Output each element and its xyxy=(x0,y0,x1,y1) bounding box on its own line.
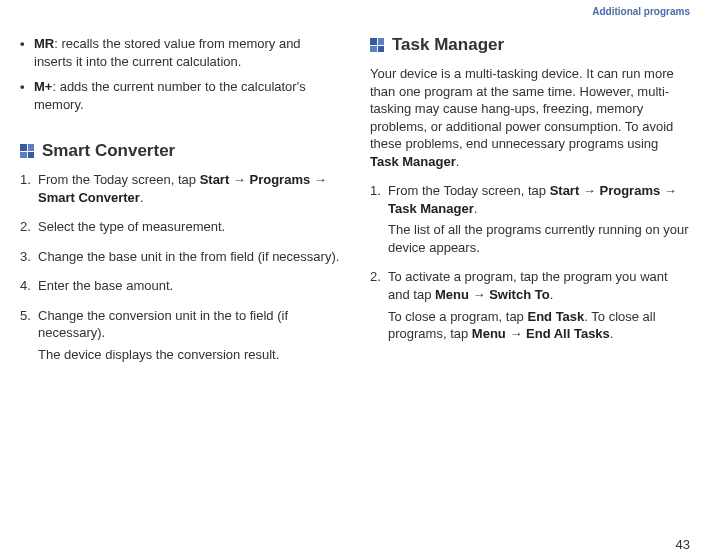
bullet-marker: • xyxy=(20,35,34,70)
bullet-text: M+: adds the current number to the calcu… xyxy=(34,78,340,113)
bold-term: Task Manager xyxy=(388,201,474,216)
text-fragment: . xyxy=(610,326,614,341)
list-item: 3. Change the base unit in the from fiel… xyxy=(20,248,340,266)
list-item: 1. From the Today screen, tap Start → Pr… xyxy=(370,182,690,217)
bold-term: End Task xyxy=(527,309,584,324)
heading-text: Task Manager xyxy=(392,35,504,55)
right-column: Task Manager Your device is a multi-task… xyxy=(370,35,690,376)
text-fragment: . xyxy=(456,154,460,169)
bullet-term: MR xyxy=(34,36,54,51)
list-item: 5. Change the conversion unit in the to … xyxy=(20,307,340,342)
bullet-term: M+ xyxy=(34,79,52,94)
step-text: From the Today screen, tap Start → Progr… xyxy=(388,182,690,217)
step-number: 4. xyxy=(20,277,38,295)
text-fragment: → xyxy=(469,287,489,302)
step-text: Change the base unit in the from field (… xyxy=(38,248,340,266)
left-column: • MR: recalls the stored value from memo… xyxy=(20,35,340,376)
bullet-text: MR: recalls the stored value from memory… xyxy=(34,35,340,70)
bold-term: Menu xyxy=(472,326,506,341)
list-item: 2. Select the type of measurement. xyxy=(20,218,340,236)
step-number: 1. xyxy=(370,182,388,217)
text-fragment: → xyxy=(660,183,677,198)
list-item: 1. From the Today screen, tap Start → Pr… xyxy=(20,171,340,206)
bold-term: Menu xyxy=(435,287,469,302)
text-fragment: → xyxy=(310,172,327,187)
list-item: 4. Enter the base amount. xyxy=(20,277,340,295)
step-text: To activate a program, tap the program y… xyxy=(388,268,690,303)
bold-term: Programs xyxy=(249,172,310,187)
header-section-label: Additional programs xyxy=(592,6,690,17)
bullet-item: • M+: adds the current number to the cal… xyxy=(20,78,340,113)
text-fragment: . xyxy=(550,287,554,302)
step-number: 5. xyxy=(20,307,38,342)
step-text: Change the conversion unit in the to fie… xyxy=(38,307,340,342)
intro-paragraph: Your device is a multi-tasking device. I… xyxy=(370,65,690,170)
bullet-marker: • xyxy=(20,78,34,113)
bullet-desc: : recalls the stored value from memory a… xyxy=(34,36,301,69)
text-fragment: From the Today screen, tap xyxy=(38,172,200,187)
grid-icon xyxy=(370,38,384,52)
step-extra: To close a program, tap End Task. To clo… xyxy=(388,308,690,343)
step-result: The list of all the programs currently r… xyxy=(388,221,690,256)
text-fragment: . xyxy=(140,190,144,205)
text-fragment: . xyxy=(474,201,478,216)
page-number: 43 xyxy=(676,537,690,552)
step-number: 3. xyxy=(20,248,38,266)
step-text: From the Today screen, tap Start → Progr… xyxy=(38,171,340,206)
bold-term: Switch To xyxy=(489,287,549,302)
section-heading-task-manager: Task Manager xyxy=(370,35,690,55)
text-fragment: → xyxy=(229,172,249,187)
heading-text: Smart Converter xyxy=(42,141,175,161)
content-columns: • MR: recalls the stored value from memo… xyxy=(20,35,690,376)
text-fragment: To close a program, tap xyxy=(388,309,527,324)
step-number: 1. xyxy=(20,171,38,206)
step-number: 2. xyxy=(370,268,388,303)
text-fragment: From the Today screen, tap xyxy=(388,183,550,198)
text-fragment: → xyxy=(506,326,526,341)
bold-term: Start xyxy=(550,183,580,198)
text-fragment: Your device is a multi-tasking device. I… xyxy=(370,66,674,151)
bullet-item: • MR: recalls the stored value from memo… xyxy=(20,35,340,70)
step-result: The device displays the conversion resul… xyxy=(38,346,340,364)
bold-term: Task Manager xyxy=(370,154,456,169)
section-heading-smart-converter: Smart Converter xyxy=(20,141,340,161)
bold-term: Start xyxy=(200,172,230,187)
bold-term: End All Tasks xyxy=(526,326,610,341)
list-item: 2. To activate a program, tap the progra… xyxy=(370,268,690,303)
bold-term: Programs xyxy=(599,183,660,198)
step-text: Enter the base amount. xyxy=(38,277,340,295)
step-text: Select the type of measurement. xyxy=(38,218,340,236)
step-number: 2. xyxy=(20,218,38,236)
bullet-desc: : adds the current number to the calcula… xyxy=(34,79,306,112)
bold-term: Smart Converter xyxy=(38,190,140,205)
grid-icon xyxy=(20,144,34,158)
text-fragment: → xyxy=(579,183,599,198)
